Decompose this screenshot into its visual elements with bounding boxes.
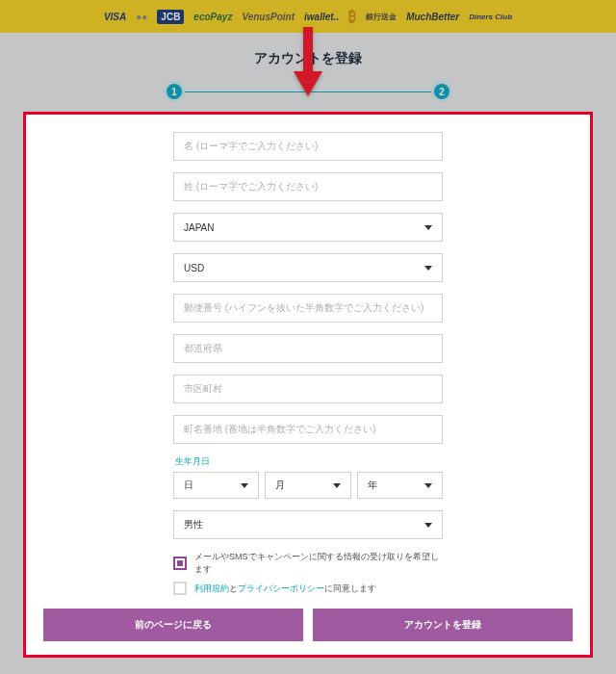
registration-form-card: 名 (ローマ字でご入力ください) 姓 (ローマ字でご入力ください) JAPAN … [23, 112, 593, 658]
pm-muchbetter: MuchBetter [406, 12, 459, 22]
city-input[interactable]: 市区町村 [173, 375, 443, 403]
gender-select[interactable]: 男性 [173, 510, 443, 539]
privacy-link[interactable]: プライバシーポリシー [238, 583, 324, 593]
terms-label: 利用規約とプライバシーポリシーに同意します [194, 583, 376, 595]
chevron-down-icon [333, 483, 341, 488]
marketing-optin-checkbox[interactable] [173, 557, 187, 570]
back-button[interactable]: 前のページに戻る [43, 609, 303, 641]
step-2: 2 [431, 81, 452, 102]
submit-button[interactable]: アカウントを登録 [313, 609, 573, 641]
dob-month-select[interactable]: 月 [265, 472, 350, 499]
chevron-down-icon [424, 483, 432, 488]
callout-arrow-icon [292, 27, 324, 102]
country-select[interactable]: JAPAN [173, 213, 443, 242]
pm-visa: VISA [104, 12, 126, 22]
street-input[interactable]: 町名番地 (番地は半角数字でご入力ください) [173, 415, 443, 444]
chevron-down-icon [424, 225, 432, 230]
terms-link[interactable]: 利用規約 [194, 583, 229, 593]
dob-day-select[interactable]: 日 [173, 472, 259, 499]
step-1: 1 [164, 81, 185, 102]
pm-ecopayz: ecoPayz [193, 12, 232, 22]
chevron-down-icon [241, 483, 248, 488]
pm-mastercard: ●● [136, 12, 147, 22]
pm-diners: Diners Club [469, 13, 512, 21]
dob-year-select[interactable]: 年 [357, 472, 443, 499]
first-name-input[interactable]: 名 (ローマ字でご入力ください) [173, 132, 443, 161]
pm-bitcoin: ₿ [348, 8, 356, 25]
chevron-down-icon [424, 523, 432, 528]
chevron-down-icon [424, 266, 432, 271]
marketing-optin-label: メールやSMSでキャンペーンに関する情報の受け取りを希望します [194, 551, 443, 576]
pm-iwallet: iwallet.. [304, 12, 339, 22]
currency-select[interactable]: USD [173, 253, 443, 282]
pm-venuspoint: VenusPoint [242, 12, 295, 22]
postal-code-input[interactable]: 郵便番号 (ハイフンを抜いた半角数字でご入力ください) [173, 294, 443, 323]
pm-bank: 銀行送金 [366, 12, 397, 22]
terms-checkbox[interactable] [173, 582, 187, 595]
dob-label: 生年月日 [175, 455, 443, 468]
last-name-input[interactable]: 姓 (ローマ字でご入力ください) [173, 172, 443, 201]
prefecture-input[interactable]: 都道府県 [173, 334, 443, 363]
pm-jcb: JCB [157, 10, 184, 24]
